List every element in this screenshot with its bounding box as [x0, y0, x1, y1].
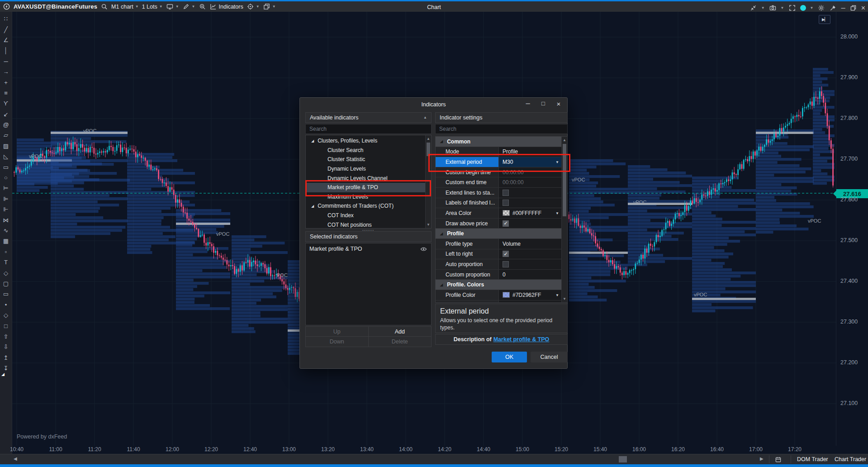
indicator-tree-item[interactable]: Maximum Levels: [306, 192, 426, 202]
cross-icon[interactable]: +: [0, 77, 12, 87]
up-button[interactable]: Up: [306, 327, 369, 337]
selected-indicator-row[interactable]: Market profile & TPO: [306, 243, 431, 254]
scrollbar-thumb[interactable]: [427, 143, 430, 156]
checkbox[interactable]: ✓: [503, 220, 509, 227]
checkbox[interactable]: [503, 190, 509, 196]
dialog-titlebar[interactable]: Indicators ─ □ ×: [300, 98, 567, 111]
setting-value[interactable]: [498, 198, 562, 208]
indicator-tree-item[interactable]: Cluster Statistic: [306, 155, 426, 164]
checkbox[interactable]: ✓: [503, 251, 509, 257]
setting-row-bid[interactable]: Bid#00FF5252▼: [436, 300, 562, 303]
setting-row-area-color[interactable]: Area Color#00FFFFFF▼: [436, 208, 562, 219]
setting-value[interactable]: #7D2962FF▼: [498, 290, 562, 300]
down-button[interactable]: Down: [306, 337, 369, 347]
toolbar-expand-corner[interactable]: ◢: [1, 372, 5, 376]
magnet-icon[interactable]: @: [0, 119, 12, 130]
arrow-up-marker-icon[interactable]: ⇧: [0, 331, 12, 342]
chevron-down-icon[interactable]: ▼: [781, 6, 784, 10]
symbol-selector[interactable]: AVAXUSDT@BinanceFutures: [14, 3, 97, 10]
scroll-down-icon[interactable]: ▼: [562, 297, 567, 301]
price-axis[interactable]: 27.616 28.00027.90027.80027.70027.60027.…: [836, 12, 868, 446]
zoom-in-icon[interactable]: [199, 3, 206, 10]
ellipse-icon[interactable]: ○: [0, 172, 12, 183]
setting-value[interactable]: M30▼: [498, 157, 562, 167]
rectangle-icon[interactable]: ▭: [0, 162, 12, 172]
setting-value[interactable]: Volume: [498, 239, 562, 249]
drawing-tools-button[interactable]: ▼: [182, 3, 195, 10]
checkbox[interactable]: [503, 200, 509, 206]
dropdown-caret-icon[interactable]: ▼: [555, 211, 559, 215]
timeframe-selector[interactable]: M1 chart▼: [111, 4, 139, 10]
scroll-right-arrow[interactable]: ▶: [760, 456, 764, 461]
settings-search-input[interactable]: Search: [435, 124, 568, 134]
horizontal-scrollbar[interactable]: ◀ ▶ DOM Trader Chart Trader: [0, 454, 868, 464]
indicator-tree-item[interactable]: ◢Commitments of Traders (COT): [306, 201, 426, 211]
horizontal-line-icon[interactable]: ─: [0, 56, 12, 67]
arrow-mark-icon[interactable]: ↙: [0, 109, 12, 119]
group-collapse-icon[interactable]: ◢: [440, 232, 443, 236]
fullscreen-icon[interactable]: [788, 4, 796, 12]
pin-icon[interactable]: [829, 4, 837, 12]
scroll-up-icon[interactable]: ▲: [562, 138, 567, 142]
cancel-button[interactable]: Cancel: [531, 352, 568, 362]
chevron-down-icon[interactable]: ▼: [810, 6, 814, 10]
indicator-tree-item[interactable]: ◢Clusters, Profiles, Levels: [306, 136, 426, 146]
volume-levels-icon[interactable]: ⊨: [0, 183, 12, 193]
color-swatch[interactable]: [503, 210, 510, 216]
available-list-scrollbar[interactable]: ▲ ▼: [425, 135, 431, 228]
visibility-eye-icon[interactable]: [420, 245, 427, 253]
collapse-up-icon[interactable]: ▲: [423, 116, 427, 119]
search-icon[interactable]: [100, 3, 108, 10]
tree-expand-icon[interactable]: ◢: [311, 139, 314, 143]
dotted-rect-icon[interactable]: ▫: [0, 247, 12, 257]
delete-button[interactable]: Delete: [369, 337, 432, 347]
setting-value[interactable]: #00FF5252▼: [498, 300, 562, 303]
dropdown-caret-icon[interactable]: ▼: [555, 160, 559, 164]
setting-row-custom-end-time[interactable]: Custom end time00:00:00: [436, 177, 562, 188]
diamond-marker-icon[interactable]: ◇: [0, 310, 12, 320]
setting-row-mode[interactable]: ModeProfile: [436, 147, 562, 157]
dropdown-caret-icon[interactable]: ▼: [555, 293, 559, 297]
dot-marker-icon[interactable]: •: [0, 300, 12, 310]
minimize-button[interactable]: ─: [841, 5, 845, 11]
available-search-input[interactable]: Search: [305, 124, 432, 134]
setting-row-draw-above-price[interactable]: Draw above price✓: [436, 219, 562, 229]
triangle-icon[interactable]: ◺: [0, 151, 12, 162]
ray-icon[interactable]: →: [0, 67, 12, 77]
setting-row-custom-proportion[interactable]: Custom proportion0: [436, 270, 562, 280]
setting-row-profile-color[interactable]: Profile Color#7D2962FF▼: [436, 290, 562, 300]
layout-selector[interactable]: ▼: [263, 3, 276, 10]
setting-row-common[interactable]: ◢Common: [436, 137, 562, 147]
setting-row-extend-lines-to-sta[interactable]: Extend lines to sta...: [436, 188, 562, 198]
go-to-latest-button[interactable]: ▶▏: [819, 15, 830, 24]
group-collapse-icon[interactable]: ◢: [440, 139, 443, 143]
ok-button[interactable]: OK: [492, 352, 527, 362]
chevron-down-icon[interactable]: ▼: [761, 6, 765, 10]
parallel-lines-icon[interactable]: ≡: [0, 88, 12, 98]
arrow-up-bar-icon[interactable]: ↥: [0, 353, 12, 363]
dialog-minimize-button[interactable]: ─: [524, 100, 532, 108]
setting-row-profile-colors[interactable]: ◢Profile. Colors: [436, 280, 562, 290]
setting-value[interactable]: Profile: [498, 147, 562, 157]
indicator-tree-item[interactable]: Cluster Search: [306, 146, 426, 155]
indicator-tree-item[interactable]: Market profile & TPO: [306, 183, 426, 192]
setting-value[interactable]: ✓: [498, 219, 562, 229]
dialog-maximize-button[interactable]: □: [539, 100, 547, 108]
text-tool-icon[interactable]: T: [0, 257, 12, 267]
indicator-description-link[interactable]: Market profile & TPO: [493, 336, 550, 343]
setting-row-profile[interactable]: ◢Profile: [436, 229, 562, 239]
setting-value[interactable]: [498, 259, 562, 269]
profile-levels-icon[interactable]: ⊩: [0, 204, 12, 214]
setting-value[interactable]: 0: [498, 270, 562, 280]
arrow-down-marker-icon[interactable]: ⇩: [0, 342, 12, 352]
square-marker-icon[interactable]: □: [0, 320, 12, 331]
scrollbar-thumb[interactable]: [619, 456, 627, 462]
close-button[interactable]: ×: [861, 5, 865, 12]
scroll-up-icon[interactable]: ▲: [426, 137, 431, 141]
tree-expand-icon[interactable]: ◢: [311, 204, 314, 208]
scroll-left-arrow[interactable]: ◀: [14, 456, 17, 461]
restore-button[interactable]: [849, 4, 857, 12]
chart-style-selector[interactable]: ▼: [166, 3, 179, 10]
setting-value[interactable]: 00:00:00: [498, 167, 562, 177]
drag-handle-icon[interactable]: ∷: [0, 14, 12, 24]
